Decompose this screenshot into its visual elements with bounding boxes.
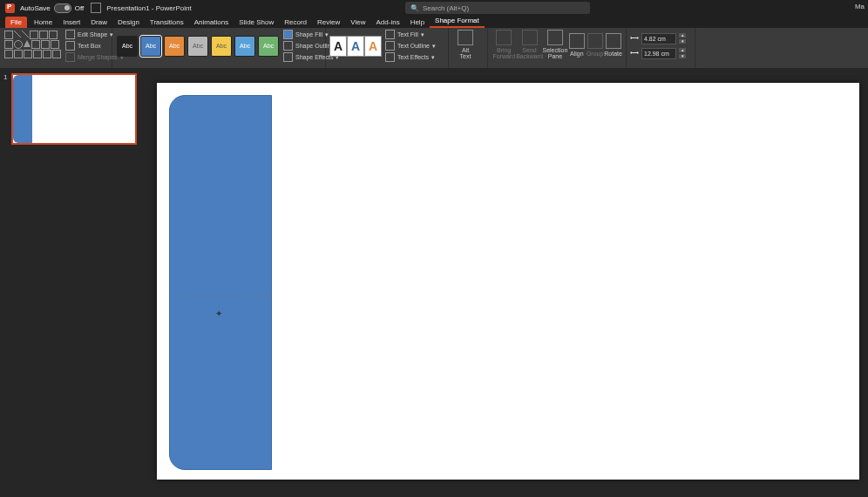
tab-record[interactable]: Record: [279, 17, 312, 28]
text-outline-button[interactable]: Text Outline▾: [385, 41, 436, 51]
group-size: ⟷ ▴▾ ⟷ ▴▾ Size ⇲: [627, 28, 695, 68]
rotate-button[interactable]: Rotate: [604, 30, 622, 59]
tab-animations[interactable]: Animations: [189, 17, 234, 28]
style-swatch-1[interactable]: Abc: [117, 36, 138, 57]
align-button[interactable]: Align: [567, 30, 586, 59]
tab-shape-format[interactable]: Shape Format: [430, 15, 485, 28]
rounded-rectangle-shape[interactable]: ✦: [169, 95, 272, 470]
group-insert-shapes: Edit Shape▾ Text Box Merge Shapes▾ Inser…: [0, 28, 112, 68]
rotate-icon: [606, 33, 621, 49]
thumbnail-preview[interactable]: [11, 73, 137, 145]
document-title: Presentation1 - PowerPoint: [106, 4, 191, 12]
bring-forward-icon: [496, 30, 512, 45]
send-backward-button[interactable]: Send Backward: [517, 30, 543, 59]
selection-pane-icon: [547, 30, 563, 45]
height-input[interactable]: [641, 33, 676, 44]
width-input[interactable]: [641, 48, 676, 59]
tab-help[interactable]: Help: [405, 17, 430, 28]
send-backward-icon: [522, 30, 538, 45]
group-wordart-styles: A A A Text Fill▾ Text Outline▾ Text Effe…: [326, 28, 449, 68]
align-icon: [569, 33, 585, 49]
shape-style-gallery[interactable]: Abc Abc Abc Abc Abc Abc Abc: [116, 35, 280, 58]
search-input[interactable]: 🔍 Search (Alt+Q): [405, 2, 590, 14]
tab-transitions[interactable]: Transitions: [145, 17, 189, 28]
toggle-icon[interactable]: [54, 3, 71, 13]
wordart-gallery[interactable]: A A A: [329, 36, 382, 57]
tab-file[interactable]: File: [5, 17, 27, 28]
autosave-label: AutoSave: [20, 4, 51, 12]
slide-editor[interactable]: ✦: [145, 68, 868, 497]
style-swatch-5[interactable]: Abc: [211, 36, 232, 57]
alt-text-icon: [458, 30, 473, 45]
slide-canvas[interactable]: ✦: [157, 83, 859, 480]
search-placeholder: Search (Alt+Q): [423, 4, 469, 12]
tab-design[interactable]: Design: [112, 17, 145, 28]
ribbon: Edit Shape▾ Text Box Merge Shapes▾ Inser…: [0, 28, 868, 69]
height-up[interactable]: ▴: [679, 33, 686, 37]
text-effects-button[interactable]: Text Effects▾: [385, 52, 436, 62]
text-cursor-icon: ✦: [215, 309, 222, 318]
style-swatch-6[interactable]: Abc: [234, 36, 255, 57]
text-fill-button[interactable]: Text Fill▾: [385, 30, 436, 39]
tab-addins[interactable]: Add-ins: [371, 17, 405, 28]
text-box-icon: [65, 41, 75, 51]
group-shape-styles: Abc Abc Abc Abc Abc Abc Abc Shape Fill▾ …: [112, 28, 326, 68]
autosave-state: Off: [75, 4, 85, 12]
wordart-style-2[interactable]: A: [347, 36, 364, 57]
shapes-gallery[interactable]: [3, 30, 62, 62]
style-swatch-7[interactable]: Abc: [258, 36, 279, 57]
group-arrange: Bring Forward Send Backward Selection Pa…: [488, 28, 627, 68]
smart-guide-horizontal: [170, 295, 271, 296]
text-effects-icon: [385, 52, 395, 62]
edit-shape-icon: [65, 30, 75, 39]
slide-thumbnail-pane[interactable]: 1: [0, 68, 145, 497]
width-spinner[interactable]: ⟷ ▴▾: [630, 47, 691, 59]
wordart-style-3[interactable]: A: [364, 36, 382, 57]
ribbon-tabs: File Home Insert Draw Design Transitions…: [0, 16, 868, 28]
wordart-style-1[interactable]: A: [329, 36, 347, 57]
group-accessibility: Alt Text Accessibility: [449, 28, 488, 68]
width-down[interactable]: ▾: [679, 54, 686, 58]
slide-number: 1: [3, 73, 9, 145]
autosave-toggle[interactable]: AutoSave Off: [20, 3, 84, 13]
bring-forward-button[interactable]: Bring Forward: [492, 30, 517, 59]
height-down[interactable]: ▾: [679, 39, 686, 44]
shape-effects-icon: [283, 52, 293, 62]
search-icon: 🔍: [410, 4, 419, 12]
group-icon: [587, 33, 603, 49]
tab-slideshow[interactable]: Slide Show: [234, 17, 279, 28]
alt-text-button[interactable]: Alt Text: [452, 30, 478, 59]
width-icon: ⟷: [630, 50, 639, 57]
slide-thumbnail-1[interactable]: 1: [3, 73, 141, 145]
height-icon: ⟷: [630, 35, 639, 42]
height-spinner[interactable]: ⟷ ▴▾: [630, 32, 691, 44]
tab-insert[interactable]: Insert: [58, 17, 85, 28]
style-swatch-4[interactable]: Abc: [187, 36, 208, 57]
tab-draw[interactable]: Draw: [85, 17, 112, 28]
save-icon[interactable]: [91, 3, 101, 13]
tab-view[interactable]: View: [345, 17, 370, 28]
shape-fill-icon: [283, 30, 293, 39]
selection-pane-button[interactable]: Selection Pane: [543, 30, 568, 59]
merge-shapes-icon: [65, 52, 75, 62]
title-bar: AutoSave Off Presentation1 - PowerPoint …: [0, 0, 868, 16]
group-button[interactable]: Group: [586, 30, 604, 59]
workspace: 1 ✦: [0, 68, 868, 497]
thumbnail-shape: [13, 75, 32, 143]
shape-outline-icon: [283, 41, 293, 51]
account-name[interactable]: Ma: [855, 3, 865, 10]
app-icon: [5, 3, 15, 13]
style-swatch-3[interactable]: Abc: [164, 36, 185, 57]
tab-review[interactable]: Review: [312, 17, 345, 28]
text-outline-icon: [385, 41, 395, 51]
text-fill-icon: [385, 30, 395, 39]
width-up[interactable]: ▴: [679, 48, 686, 52]
tab-home[interactable]: Home: [29, 17, 58, 28]
style-swatch-2[interactable]: Abc: [140, 36, 161, 57]
